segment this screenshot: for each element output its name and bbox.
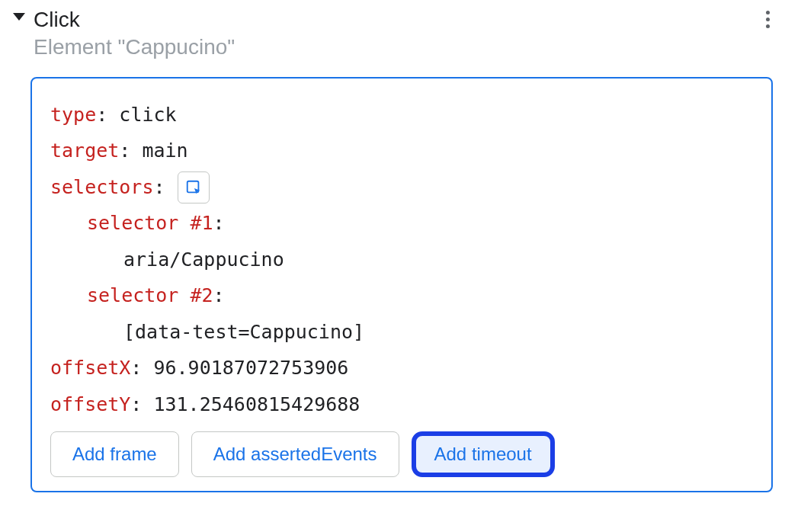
step-title: Click: [34, 6, 755, 34]
prop-colon: :: [96, 104, 119, 126]
prop-key: selectors: [50, 176, 153, 198]
prop-colon: :: [213, 212, 225, 234]
prop-offsety-row: offsetY: 131.25460815429688: [50, 386, 753, 423]
expand-toggle[interactable]: [12, 11, 26, 22]
add-timeout-button[interactable]: Add timeout: [412, 431, 555, 477]
element-picker-button[interactable]: [178, 171, 210, 204]
prop-key: target: [50, 139, 119, 162]
prop-offsetx-row: offsetX: 96.90187072753906: [50, 350, 753, 386]
selector-2-row: selector #2:: [50, 277, 753, 314]
prop-type-row: type: click: [50, 97, 753, 133]
prop-colon: :: [213, 284, 225, 306]
chevron-down-icon: [12, 11, 26, 22]
kebab-dot-icon: [766, 24, 770, 28]
prop-colon: :: [119, 139, 142, 162]
step-details-panel: type: click target: main selectors: sele…: [30, 77, 773, 493]
prop-value: aria/Cappucino: [123, 248, 284, 271]
select-element-icon: [185, 179, 202, 196]
prop-target-row: target: main: [50, 133, 753, 169]
prop-key: offsetX: [50, 357, 130, 379]
svg-marker-0: [13, 13, 25, 21]
prop-value[interactable]: main: [142, 139, 187, 162]
selector-1-row: selector #1:: [50, 205, 753, 242]
selector-2-value-row[interactable]: [data-test=Cappucino]: [50, 314, 753, 351]
more-menu[interactable]: [763, 8, 773, 31]
selector-1-value-row[interactable]: aria/Cappucino: [50, 242, 753, 278]
add-frame-button[interactable]: Add frame: [50, 431, 179, 477]
prop-colon: :: [153, 176, 165, 198]
prop-colon: :: [130, 393, 153, 415]
prop-key: selector #2: [87, 284, 213, 306]
kebab-dot-icon: [766, 18, 770, 21]
kebab-dot-icon: [766, 11, 770, 14]
prop-colon: :: [130, 357, 153, 379]
prop-key: selector #1: [87, 212, 213, 234]
prop-value[interactable]: 131.25460815429688: [153, 393, 360, 415]
prop-key: offsetY: [50, 393, 130, 415]
prop-selectors-row: selectors:: [50, 169, 753, 206]
step-subtitle: Element "Cappucino": [34, 34, 755, 61]
prop-value[interactable]: click: [119, 104, 176, 126]
add-asserted-events-button[interactable]: Add assertedEvents: [191, 431, 399, 477]
prop-key: type: [50, 104, 96, 126]
prop-value[interactable]: 96.90187072753906: [153, 357, 348, 379]
prop-value: [data-test=Cappucino]: [123, 321, 364, 343]
action-button-row: Add frame Add assertedEvents Add timeout: [50, 431, 753, 477]
